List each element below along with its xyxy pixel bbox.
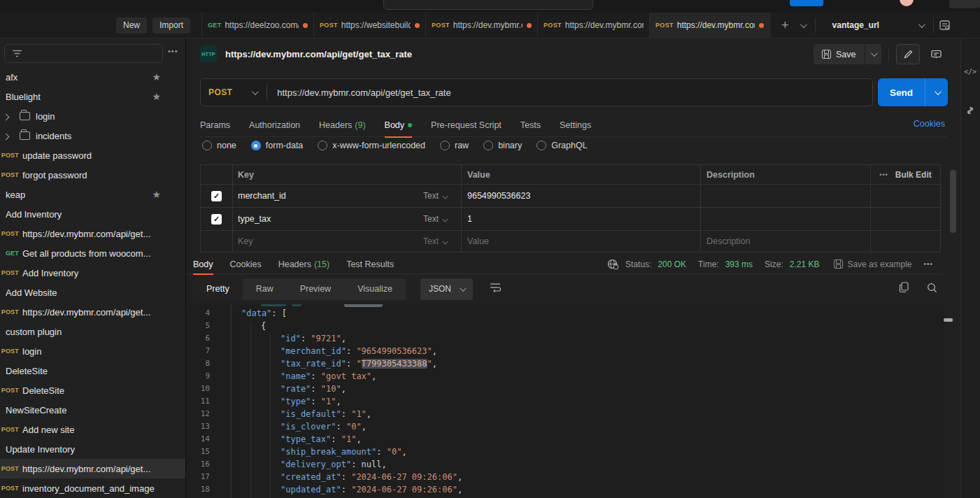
sidebar-item-update-password[interactable]: POSTupdate password bbox=[0, 145, 186, 165]
response-scrollbar-thumb[interactable] bbox=[944, 318, 953, 322]
star-icon[interactable]: ★ bbox=[152, 71, 161, 83]
send-options-chevron-icon[interactable] bbox=[925, 78, 948, 106]
body-mode-binary[interactable]: binary bbox=[483, 141, 522, 150]
tab-authorization[interactable]: Authorization bbox=[249, 113, 300, 137]
code-snippet-icon[interactable]: </> bbox=[964, 68, 977, 76]
method-selector[interactable]: POST bbox=[201, 87, 267, 97]
tab-body[interactable]: Body bbox=[385, 113, 413, 137]
key-cell[interactable]: Key bbox=[232, 231, 423, 252]
tab-pre-request-script[interactable]: Pre-request Script bbox=[431, 113, 502, 137]
expand-chevron-icon[interactable] bbox=[1, 111, 11, 122]
sidebar-item-login[interactable]: login bbox=[0, 106, 186, 126]
value-cell[interactable]: 1 bbox=[461, 208, 700, 230]
view-preview[interactable]: Preview bbox=[287, 278, 344, 300]
form-data-row[interactable]: ✓type_taxText1 bbox=[201, 208, 940, 231]
url-input[interactable] bbox=[267, 87, 872, 98]
sidebar-item-update-inventory[interactable]: Update Inventory bbox=[0, 439, 186, 459]
description-cell[interactable] bbox=[700, 208, 870, 230]
value-cell[interactable]: 9654990536623 bbox=[461, 185, 700, 207]
star-icon[interactable]: ★ bbox=[152, 91, 161, 102]
type-selector[interactable]: Text bbox=[423, 231, 461, 252]
bulk-edit-button[interactable]: •••Bulk Edit bbox=[870, 165, 940, 184]
request-tab[interactable]: POSThttps://dev.mybmr.cor bbox=[426, 13, 538, 38]
tab-overflow-icon[interactable] bbox=[800, 23, 805, 28]
window-controls[interactable] bbox=[949, 0, 980, 8]
request-tab[interactable]: POSThttps://websitebuilder bbox=[314, 13, 426, 38]
network-globe-icon[interactable] bbox=[607, 259, 619, 270]
environment-selector[interactable]: vantage_url bbox=[832, 20, 879, 30]
sidebar-item-https-dev-mybmr-com-api-get-[interactable]: POSThttps://dev.mybmr.com/api/get... bbox=[0, 224, 186, 243]
sidebar-item-custom-plugin[interactable]: custom plugin bbox=[0, 322, 186, 341]
new-button[interactable]: New bbox=[116, 17, 147, 34]
sidebar-item-afx[interactable]: afx★ bbox=[0, 67, 186, 87]
table-scrollbar-thumb[interactable] bbox=[950, 170, 956, 233]
environment-quick-look-icon[interactable] bbox=[939, 20, 951, 31]
request-tab[interactable]: POSThttps://dev.mybmr.cor bbox=[650, 13, 770, 38]
response-tab-cookies[interactable]: Cookies bbox=[230, 255, 262, 274]
sidebar-item-add-inventory[interactable]: POSTAdd Inventory bbox=[0, 263, 186, 283]
row-checkbox[interactable]: ✓ bbox=[211, 191, 222, 201]
send-button[interactable]: Send bbox=[878, 78, 948, 106]
sidebar-item-deletesite[interactable]: POSTDeleteSite bbox=[0, 380, 186, 400]
response-tab-test-results[interactable]: Test Results bbox=[346, 255, 394, 274]
wrap-lines-icon[interactable] bbox=[490, 283, 502, 295]
upgrade-button[interactable] bbox=[790, 0, 823, 6]
star-icon[interactable]: ★ bbox=[152, 189, 161, 200]
sidebar-item-https-dev-mybmr-com-api-get-[interactable]: POSThttps://dev.mybmr.com/api/get... bbox=[0, 459, 186, 478]
description-cell[interactable]: Description bbox=[700, 231, 870, 252]
environment-chevron-icon[interactable] bbox=[918, 23, 923, 28]
body-mode-GraphQL[interactable]: GraphQL bbox=[537, 141, 587, 150]
import-button[interactable]: Import bbox=[152, 17, 190, 34]
body-mode-x-www-form-urlencoded[interactable]: x-www-form-urlencoded bbox=[318, 141, 425, 150]
tab-tests[interactable]: Tests bbox=[520, 113, 541, 137]
edit-button[interactable] bbox=[896, 44, 920, 64]
user-avatar[interactable] bbox=[900, 0, 914, 6]
tab-params[interactable]: Params bbox=[200, 113, 230, 137]
description-cell[interactable] bbox=[700, 185, 870, 207]
save-button[interactable]: Save bbox=[814, 44, 881, 64]
comment-button[interactable] bbox=[925, 44, 947, 64]
add-tab-icon[interactable]: + bbox=[781, 18, 789, 33]
save-as-example-button[interactable]: Save as example bbox=[834, 259, 911, 269]
view-visualize[interactable]: Visualize bbox=[344, 278, 406, 300]
type-selector[interactable]: Text bbox=[423, 185, 461, 207]
sidebar-item-inventory-document-and-image[interactable]: POSTinventory_document_and_image bbox=[0, 478, 186, 498]
cookies-link[interactable]: Cookies bbox=[914, 119, 945, 129]
expand-chevron-icon[interactable] bbox=[1, 131, 11, 141]
save-options-chevron-icon[interactable] bbox=[865, 44, 881, 64]
sidebar-item-forgot-password[interactable]: POSTforgot password bbox=[0, 165, 186, 185]
key-cell[interactable]: merchant_id bbox=[232, 185, 423, 207]
sidebar-item-newsitecreate[interactable]: NewSiteCreate bbox=[0, 400, 186, 420]
sidebar-item-login[interactable]: POSTlogin bbox=[0, 341, 186, 361]
view-raw[interactable]: Raw bbox=[243, 278, 287, 300]
sidebar-filter-input[interactable] bbox=[4, 44, 163, 63]
response-more-icon[interactable]: ••• bbox=[923, 260, 933, 268]
sidebar-item-add-website[interactable]: Add Website bbox=[0, 283, 186, 302]
sidebar-item-keap[interactable]: keap★ bbox=[0, 185, 186, 204]
form-data-row[interactable]: ✓merchant_idText9654990536623 bbox=[201, 185, 940, 208]
sidebar-item-https-dev-mybmr-com-api-get-[interactable]: POSThttps://dev.mybmr.com/api/get... bbox=[0, 302, 186, 322]
response-tab-headers[interactable]: Headers(15) bbox=[278, 255, 329, 274]
copy-icon[interactable] bbox=[899, 282, 909, 296]
sidebar-item-incidents[interactable]: incidents bbox=[0, 126, 186, 145]
sidebar-item-deletesite[interactable]: DeleteSite bbox=[0, 361, 186, 380]
tab-headers[interactable]: Headers(9) bbox=[319, 113, 366, 137]
key-cell[interactable]: type_tax bbox=[232, 208, 423, 230]
global-search-input[interactable] bbox=[383, 0, 593, 10]
format-selector[interactable]: JSON bbox=[420, 278, 473, 300]
body-mode-form-data[interactable]: form-data bbox=[251, 141, 304, 150]
sidebar-item-get-all-products-from-woocom-[interactable]: GETGet all products from woocom... bbox=[0, 243, 186, 263]
value-cell[interactable]: Value bbox=[461, 231, 700, 252]
sidebar-more-icon[interactable]: ••• bbox=[168, 47, 178, 55]
response-tab-body[interactable]: Body bbox=[193, 255, 213, 274]
request-tab[interactable]: POSThttps://dev.mybmr.com bbox=[538, 13, 650, 38]
sidebar-item-add-inventory[interactable]: Add Inventory bbox=[0, 204, 186, 224]
view-pretty[interactable]: Pretty bbox=[193, 278, 243, 300]
sidebar-item-add-new-site[interactable]: POSTAdd new site bbox=[0, 420, 186, 439]
body-mode-raw[interactable]: raw bbox=[440, 141, 469, 150]
row-checkbox[interactable]: ✓ bbox=[211, 214, 222, 225]
request-tab[interactable]: GEThttps://deelzoo.com/wp bbox=[202, 13, 314, 38]
sidebar-item-bluelight[interactable]: Bluelight★ bbox=[0, 87, 186, 106]
body-mode-none[interactable]: none bbox=[202, 141, 236, 150]
form-data-placeholder-row[interactable]: KeyTextValueDescription bbox=[201, 231, 940, 252]
